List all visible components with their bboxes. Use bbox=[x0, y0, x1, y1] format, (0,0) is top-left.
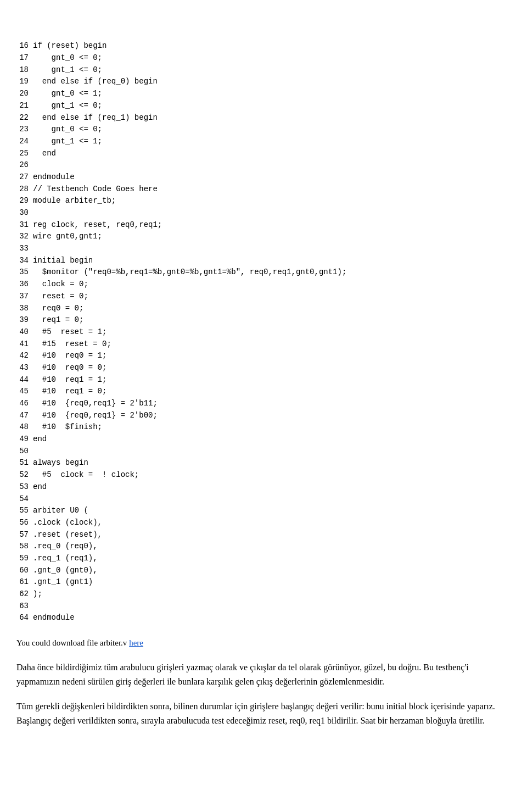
code-line: 32wire gnt0,gnt1; bbox=[16, 231, 511, 243]
code-line: 36 clock = 0; bbox=[16, 279, 511, 291]
line-number: 19 bbox=[16, 76, 33, 88]
line-number: 52 bbox=[16, 469, 33, 481]
code-line: 46 #10 {req0,req1} = 2'b11; bbox=[16, 398, 511, 410]
code-line: 28// Testbench Code Goes here bbox=[16, 183, 511, 196]
code-line: 22 end else if (req_1) begin bbox=[16, 112, 511, 124]
code-line: 37 reset = 0; bbox=[16, 291, 511, 303]
line-number: 35 bbox=[16, 266, 33, 279]
code-line: 53end bbox=[16, 481, 511, 493]
line-number: 36 bbox=[16, 279, 33, 291]
code-line: 25 end bbox=[16, 148, 511, 160]
line-content: .req_0 (req0), bbox=[33, 541, 511, 553]
code-line: 52 #5 clock = ! clock; bbox=[16, 469, 511, 481]
line-content: clock = 0; bbox=[33, 279, 511, 291]
line-content: .gnt_0 (gnt0), bbox=[33, 565, 511, 577]
code-line: 57.reset (reset), bbox=[16, 529, 511, 541]
line-content: always begin bbox=[33, 457, 511, 469]
line-number: 50 bbox=[16, 446, 33, 458]
line-content: #10 req0 = 0; bbox=[33, 362, 511, 374]
line-number: 60 bbox=[16, 565, 33, 577]
line-content: // Testbench Code Goes here bbox=[33, 183, 511, 196]
line-number: 55 bbox=[16, 505, 33, 517]
line-number: 45 bbox=[16, 386, 33, 398]
line-number: 41 bbox=[16, 338, 33, 351]
code-block: 16if (reset) begin17 gnt_0 <= 0;18 gnt_1… bbox=[16, 11, 511, 630]
line-number: 21 bbox=[16, 100, 33, 112]
line-content: #10 req1 = 0; bbox=[33, 386, 511, 398]
line-content: gnt_1 <= 1; bbox=[33, 136, 511, 148]
line-content: #10 req1 = 1; bbox=[33, 374, 511, 386]
download-line: You could download file arbiter.v here bbox=[16, 636, 511, 649]
code-line: 19 end else if (req_0) begin bbox=[16, 76, 511, 88]
code-line: 43 #10 req0 = 0; bbox=[16, 362, 511, 374]
line-content: gnt_0 <= 0; bbox=[33, 124, 511, 136]
code-line: 44 #10 req1 = 1; bbox=[16, 374, 511, 386]
line-content: end else if (req_0) begin bbox=[33, 76, 511, 88]
code-line: 60.gnt_0 (gnt0), bbox=[16, 565, 511, 577]
line-content: req1 = 0; bbox=[33, 314, 511, 326]
download-link[interactable]: here bbox=[129, 638, 143, 647]
line-number: 42 bbox=[16, 350, 33, 362]
line-number: 59 bbox=[16, 553, 33, 565]
code-line: 54 bbox=[16, 493, 511, 505]
code-line: 45 #10 req1 = 0; bbox=[16, 386, 511, 398]
paragraph-1: Daha önce bildirdiğimiz tüm arabulucu gi… bbox=[16, 660, 511, 689]
line-number: 18 bbox=[16, 64, 33, 76]
code-line: 30 bbox=[16, 207, 511, 219]
line-content: .gnt_1 (gnt1) bbox=[33, 576, 511, 588]
line-number: 57 bbox=[16, 529, 33, 541]
code-line: 41 #15 reset = 0; bbox=[16, 338, 511, 351]
line-content: end bbox=[33, 433, 511, 446]
line-number: 62 bbox=[16, 588, 33, 600]
line-content: .clock (clock), bbox=[33, 517, 511, 529]
line-number: 56 bbox=[16, 517, 33, 529]
line-content: gnt_1 <= 0; bbox=[33, 100, 511, 112]
line-number: 48 bbox=[16, 421, 33, 433]
line-number: 32 bbox=[16, 231, 33, 243]
line-content: endmodule bbox=[33, 171, 511, 183]
line-number: 31 bbox=[16, 219, 33, 231]
line-content: #10 {req0,req1} = 2'b00; bbox=[33, 410, 511, 422]
line-content: .req_1 (req1), bbox=[33, 553, 511, 565]
line-number: 34 bbox=[16, 255, 33, 267]
line-number: 39 bbox=[16, 314, 33, 326]
line-content: gnt_1 <= 0; bbox=[33, 64, 511, 76]
line-content: $monitor ("req0=%b,req1=%b,gnt0=%b,gnt1=… bbox=[33, 266, 511, 279]
line-content: #10 {req0,req1} = 2'b11; bbox=[33, 398, 511, 410]
line-content: ); bbox=[33, 588, 511, 600]
code-line: 39 req1 = 0; bbox=[16, 314, 511, 326]
line-content: reg clock, reset, req0,req1; bbox=[33, 219, 511, 231]
code-line: 29module arbiter_tb; bbox=[16, 195, 511, 207]
code-line: 59.req_1 (req1), bbox=[16, 553, 511, 565]
code-line: 21 gnt_1 <= 0; bbox=[16, 100, 511, 112]
code-line: 48 #10 $finish; bbox=[16, 421, 511, 433]
code-line: 31reg clock, reset, req0,req1; bbox=[16, 219, 511, 231]
code-line: 20 gnt_0 <= 1; bbox=[16, 88, 511, 100]
page-container: 16if (reset) begin17 gnt_0 <= 0;18 gnt_1… bbox=[0, 0, 527, 760]
code-line: 50 bbox=[16, 446, 511, 458]
line-number: 49 bbox=[16, 433, 33, 446]
line-content: #10 req0 = 1; bbox=[33, 350, 511, 362]
code-line: 55arbiter U0 ( bbox=[16, 505, 511, 517]
code-line: 63 bbox=[16, 600, 511, 613]
code-line: 35 $monitor ("req0=%b,req1=%b,gnt0=%b,gn… bbox=[16, 266, 511, 279]
code-line: 26 bbox=[16, 159, 511, 171]
line-content: end else if (req_1) begin bbox=[33, 112, 511, 124]
line-content: module arbiter_tb; bbox=[33, 195, 511, 207]
code-line: 49end bbox=[16, 433, 511, 446]
line-number: 23 bbox=[16, 124, 33, 136]
code-line: 38 req0 = 0; bbox=[16, 303, 511, 315]
line-number: 58 bbox=[16, 541, 33, 553]
download-text-before: You could download file arbiter.v bbox=[16, 638, 129, 647]
line-number: 61 bbox=[16, 576, 33, 588]
line-content: gnt_0 <= 1; bbox=[33, 88, 511, 100]
line-content: req0 = 0; bbox=[33, 303, 511, 315]
line-content: #5 reset = 1; bbox=[33, 326, 511, 338]
line-number: 63 bbox=[16, 600, 33, 613]
code-line: 23 gnt_0 <= 0; bbox=[16, 124, 511, 136]
line-number: 30 bbox=[16, 207, 33, 219]
code-line: 17 gnt_0 <= 0; bbox=[16, 52, 511, 64]
code-line: 56.clock (clock), bbox=[16, 517, 511, 529]
line-content: gnt_0 <= 0; bbox=[33, 52, 511, 64]
code-line: 62); bbox=[16, 588, 511, 600]
